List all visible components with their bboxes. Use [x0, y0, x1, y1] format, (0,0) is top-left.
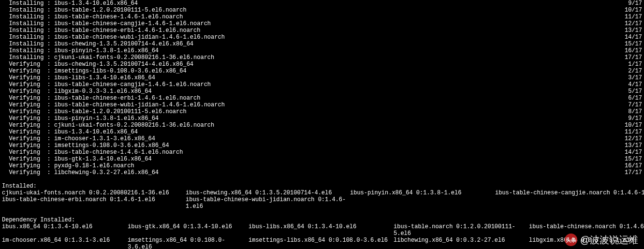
package-progress-line: Verifying : ibus-table-chinese-cangjie-1… [2, 81, 642, 88]
installed-pkg: ibus-table-chinese-wubi-jidian.noarch 0:… [186, 196, 350, 210]
installed-pkg: cjkuni-ukai-fonts.noarch 0:0.2.20080216.… [2, 190, 186, 196]
dependency-row: ibus.x86_64 0:1.3.4-10.el6ibus-gtk.x86_6… [2, 223, 642, 237]
package-count: 14/17 [625, 149, 642, 156]
installed-pkg: ibus-chewing.x86_64 0:1.3.5.20100714-4.e… [186, 190, 350, 196]
installed-pkg [350, 196, 495, 210]
dependency-pkg: ibus.x86_64 0:1.3.4-10.el6 [2, 223, 128, 237]
dependency-pkg: libgxim.x86_64 0:0.3.3-3.1.el6 [529, 237, 633, 249]
package-action-text: Verifying : ibus-libs-1.3.4-10.el6.x86_6… [2, 74, 155, 81]
package-count: 17/17 [625, 54, 642, 61]
dependency-row: im-chooser.x86_64 0:1.3.1-3.el6imsetting… [2, 237, 642, 249]
package-count: 10/17 [625, 7, 642, 14]
package-progress-line: Verifying : imsettings-0.108.0-3.6.el6.x… [2, 142, 642, 149]
package-count: 11/17 [625, 14, 642, 20]
package-progress-line: Verifying : ibus-gtk-1.3.4-10.el6.x86_64… [2, 156, 642, 162]
package-count: 16/17 [625, 162, 642, 169]
dep-installed-label: Dependency Installed: [2, 217, 75, 223]
installed-row: ibus-table-chinese-erbi.noarch 0:1.4.6-1… [2, 196, 642, 210]
package-progress-line: Installing : ibus-table-1.2.0.20100111-5… [2, 7, 642, 14]
package-progress-line: Installing : cjkuni-ukai-fonts-0.2.20080… [2, 54, 642, 61]
package-count: 4/17 [628, 81, 642, 88]
installed-pkg: ibus-pinyin.x86_64 0:1.3.8-1.el6 [350, 190, 495, 196]
package-action-text: Installing : ibus-table-chinese-1.4.6-1.… [2, 14, 183, 20]
package-action-text: Installing : ibus-pinyin-1.3.8-1.el6.x86… [2, 47, 159, 54]
dependency-pkg: ibus-table-chinese.noarch 0:1.4.6-1.el6 [529, 223, 644, 237]
package-progress-line: Installing : ibus-pinyin-1.3.8-1.el6.x86… [2, 47, 642, 54]
dependency-pkg: ibus-table.noarch 0:1.2.0.20100111-5.el6 [394, 223, 529, 237]
terminal-output[interactable]: Installing : ibus-1.3.4-10.el6.x86_649/1… [0, 0, 644, 249]
package-action-text: Verifying : ibus-gtk-1.3.4-10.el6.x86_64 [2, 156, 152, 162]
dependency-pkg: ibus-libs.x86_64 0:1.3.4-10.el6 [249, 223, 394, 237]
package-progress-line: Verifying : ibus-table-chinese-wubi-jidi… [2, 102, 642, 108]
dependency-pkg: ibus-gtk.x86_64 0:1.3.4-10.el6 [128, 223, 249, 237]
dependency-pkg: imsettings.x86_64 0:0.108.0-3.6.el6 [128, 237, 249, 249]
package-count: 15/17 [625, 156, 642, 162]
package-count: 9/17 [628, 115, 642, 122]
package-action-text: Installing : cjkuni-ukai-fonts-0.2.20080… [2, 54, 214, 61]
package-count: 2/17 [628, 68, 642, 74]
package-progress-line: Installing : ibus-table-chinese-1.4.6-1.… [2, 14, 642, 20]
package-count: 13/17 [625, 27, 642, 34]
installed-label: Installed: [2, 183, 37, 190]
package-count: 14/17 [625, 34, 642, 41]
package-action-text: Verifying : pyxdg-0.18-1.el6.noarch [2, 162, 134, 169]
package-action-text: Installing : ibus-1.3.4-10.el6.x86_64 [2, 0, 138, 7]
package-progress-line: Verifying : cjkuni-ukai-fonts-0.2.200802… [2, 122, 642, 129]
package-action-text: Installing : ibus-table-chinese-erbi-1.4… [2, 27, 200, 34]
installed-heading: Installed: [2, 183, 642, 190]
package-count: 11/17 [625, 129, 642, 135]
package-action-text: Verifying : ibus-table-chinese-cangjie-1… [2, 81, 211, 88]
package-action-text: Verifying : imsettings-0.108.0-3.6.el6.x… [2, 142, 169, 149]
package-action-text: Verifying : libgxim-0.3.3-3.1.el6.x86_64 [2, 88, 152, 95]
package-progress-line: Verifying : im-chooser-1.3.1-3.el6.x86_6… [2, 135, 642, 142]
package-count: 9/17 [628, 0, 642, 7]
dependency-pkg: im-chooser.x86_64 0:1.3.1-3.el6 [2, 237, 128, 249]
package-count: 16/17 [625, 47, 642, 54]
package-progress-line: Verifying : pyxdg-0.18-1.el6.noarch16/17 [2, 162, 642, 169]
dependency-pkg: libchewing.x86_64 0:0.3.2-27.el6 [394, 237, 529, 249]
package-count: 17/17 [625, 169, 642, 176]
package-progress-line: Verifying : ibus-1.3.4-10.el6.x86_6411/1… [2, 129, 642, 135]
package-progress-line: Verifying : libchewing-0.3.2-27.el6.x86_… [2, 169, 642, 176]
package-action-text: Verifying : ibus-pinyin-1.3.8-1.el6.x86_… [2, 115, 159, 122]
package-count: 5/17 [628, 88, 642, 95]
package-progress-line: Installing : ibus-table-chinese-wubi-jid… [2, 34, 642, 41]
package-action-text: Verifying : ibus-table-chinese-erbi-1.4.… [2, 95, 200, 102]
package-count: 12/17 [625, 20, 642, 27]
package-count: 3/17 [628, 74, 642, 81]
package-progress-line: Installing : ibus-table-chinese-erbi-1.4… [2, 27, 642, 34]
package-action-text: Installing : ibus-table-1.2.0.20100111-5… [2, 7, 187, 14]
dep-installed-heading: Dependency Installed: [2, 217, 642, 223]
package-progress-line: Verifying : ibus-table-chinese-1.4.6-1.e… [2, 149, 642, 156]
package-action-text: Verifying : ibus-chewing-1.3.5.20100714-… [2, 61, 193, 68]
package-count: 12/17 [625, 135, 642, 142]
package-progress-line: Verifying : imsettings-libs-0.108.0-3.6.… [2, 68, 642, 74]
package-action-text: Verifying : libchewing-0.3.2-27.el6.x86_… [2, 169, 159, 176]
package-count: 15/17 [625, 41, 642, 47]
package-action-text: Verifying : imsettings-libs-0.108.0-3.6.… [2, 68, 187, 74]
package-progress-line: Installing : ibus-1.3.4-10.el6.x86_649/1… [2, 0, 642, 7]
package-action-text: Verifying : ibus-table-chinese-wubi-jidi… [2, 102, 225, 108]
package-action-text: Verifying : im-chooser-1.3.1-3.el6.x86_6… [2, 135, 155, 142]
package-progress-line: Verifying : ibus-libs-1.3.4-10.el6.x86_6… [2, 74, 642, 81]
package-count: 10/17 [625, 122, 642, 129]
package-progress-line: Installing : ibus-chewing-1.3.5.20100714… [2, 41, 642, 47]
package-progress-line: Installing : ibus-table-chinese-cangjie-… [2, 20, 642, 27]
package-action-text: Verifying : ibus-1.3.4-10.el6.x86_64 [2, 129, 138, 135]
package-count: 6/17 [628, 95, 642, 102]
package-action-text: Verifying : ibus-table-1.2.0.20100111-5.… [2, 108, 187, 115]
package-action-text: Installing : ibus-table-chinese-wubi-jid… [2, 34, 225, 41]
package-count: 7/17 [628, 102, 642, 108]
installed-pkg: ibus-table-chinese-erbi.noarch 0:1.4.6-1… [2, 196, 186, 210]
package-progress-line: Verifying : libgxim-0.3.3-3.1.el6.x86_64… [2, 88, 642, 95]
package-action-text: Verifying : ibus-table-chinese-1.4.6-1.e… [2, 149, 183, 156]
package-action-text: Installing : ibus-chewing-1.3.5.20100714… [2, 41, 193, 47]
installed-pkg: ibus-table-chinese-cangjie.noarch 0:1.4.… [495, 190, 644, 196]
package-progress-line: Verifying : ibus-pinyin-1.3.8-1.el6.x86_… [2, 115, 642, 122]
package-progress-line: Verifying : ibus-table-chinese-erbi-1.4.… [2, 95, 642, 102]
package-action-text: Installing : ibus-table-chinese-cangjie-… [2, 20, 211, 27]
package-count: 13/17 [625, 142, 642, 149]
package-action-text: Verifying : cjkuni-ukai-fonts-0.2.200802… [2, 122, 214, 129]
blank-line [2, 176, 642, 183]
package-count: 1/17 [628, 61, 642, 68]
